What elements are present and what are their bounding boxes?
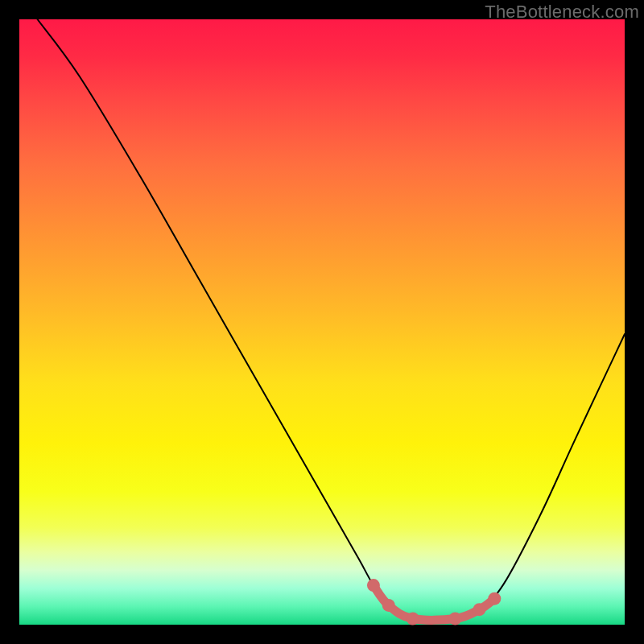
watermark-text: TheBottleneck.com [485,2,639,23]
highlight-dot [473,603,486,616]
bottleneck-curve [38,19,625,620]
plot-area [19,19,625,625]
highlight-dot [367,579,380,592]
highlight-dot [448,612,461,625]
chart-frame: TheBottleneck.com [0,0,644,644]
highlight-dot [488,592,501,605]
highlight-dot [407,612,419,625]
bottleneck-curve-path [38,19,625,620]
curve-layer [19,19,625,625]
highlight-markers [367,579,501,625]
highlight-dot [382,599,395,612]
